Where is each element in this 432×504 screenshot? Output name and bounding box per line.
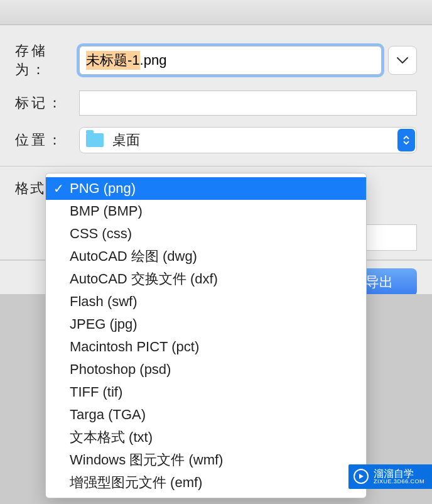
- saveas-row: 存储为：: [15, 41, 417, 79]
- play-circle-icon: [354, 469, 369, 484]
- format-option-emf[interactable]: 增强型图元文件 (emf): [46, 471, 366, 494]
- format-option-pct[interactable]: Macintosh PICT (pct): [46, 336, 366, 358]
- location-select[interactable]: 桌面: [79, 127, 417, 153]
- format-option-tga[interactable]: Targa (TGA): [46, 403, 366, 426]
- location-value: 桌面: [112, 131, 140, 150]
- format-option-wmf[interactable]: Windows 图元文件 (wmf): [46, 449, 366, 471]
- updown-icon: [397, 129, 415, 151]
- format-option-dxf[interactable]: AutoCAD 交换文件 (dxf): [46, 268, 366, 290]
- saveas-label: 存储为：: [15, 41, 79, 79]
- format-option-dwg[interactable]: AutoCAD 绘图 (dwg): [46, 245, 366, 268]
- save-form: 存储为： 标记： 位置： 桌面: [0, 25, 432, 166]
- watermark-url: ZIXUE.3D66.COM: [374, 479, 424, 485]
- format-option-jpg[interactable]: JPEG (jpg): [46, 313, 366, 336]
- format-option-bmp[interactable]: BMP (BMP): [46, 200, 366, 222]
- format-option-css[interactable]: CSS (css): [46, 222, 366, 245]
- folder-icon: [86, 133, 104, 147]
- watermark-text: 溜溜自学 ZIXUE.3D66.COM: [374, 468, 424, 485]
- watermark-title: 溜溜自学: [374, 468, 424, 479]
- saveas-input[interactable]: [79, 46, 382, 75]
- tags-label: 标记：: [15, 94, 79, 112]
- watermark: 溜溜自学 ZIXUE.3D66.COM: [348, 464, 432, 489]
- format-option-png[interactable]: PNG (png): [46, 177, 366, 200]
- chevron-down-icon: [397, 57, 408, 64]
- format-option-txt[interactable]: 文本格式 (txt): [46, 426, 366, 449]
- format-option-psd[interactable]: Photoshop (psd): [46, 358, 366, 381]
- format-option-tif[interactable]: TIFF (tif): [46, 381, 366, 403]
- tags-row: 标记：: [15, 90, 417, 116]
- location-row: 位置： 桌面: [15, 127, 417, 153]
- tags-input[interactable]: [79, 90, 417, 116]
- expand-collapse-button[interactable]: [388, 46, 417, 75]
- format-dropdown-menu: PNG (png) BMP (BMP) CSS (css) AutoCAD 绘图…: [45, 173, 367, 498]
- format-option-swf[interactable]: Flash (swf): [46, 290, 366, 313]
- titlebar: [0, 0, 432, 25]
- location-label: 位置：: [15, 131, 79, 150]
